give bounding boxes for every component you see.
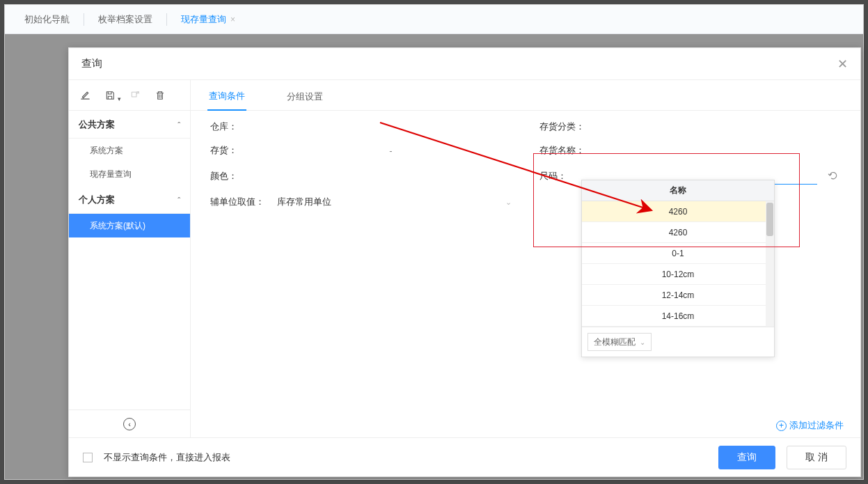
sidebar-item-system-default[interactable]: 系统方案(默认) [69, 214, 190, 237]
sidebar-item-label: 系统方案(默认) [90, 220, 145, 232]
dropdown-item-label: 12-14cm [662, 290, 695, 300]
field-label: 辅单位取值： [210, 196, 277, 208]
sidebar-item-label: 系统方案 [90, 145, 123, 157]
sidebar-toolbar: ▾ [69, 80, 190, 111]
field-label: 颜色： [210, 170, 270, 182]
dropdown-item[interactable]: 10-12cm [582, 264, 774, 285]
delete-icon[interactable] [154, 89, 166, 102]
condition-tabs: 查询条件 分组设置 [191, 80, 860, 111]
sidebar-item-stock-query[interactable]: 现存量查询 [69, 162, 190, 186]
dropdown-list: 4260 4260 0-1 10-12cm 12-14cm 14-16cm [582, 201, 774, 327]
scrollbar-track[interactable] [766, 201, 774, 327]
chevron-down-icon: ⌄ [640, 338, 645, 346]
dropdown-item-label: 0-1 [672, 249, 684, 258]
tab-query-conditions[interactable]: 查询条件 [207, 90, 246, 111]
page-tabs: 初始化导航 枚举档案设置 现存量查询 × [5, 5, 863, 34]
chevron-up-icon: ˆ [177, 196, 180, 204]
dropdown-item-label: 10-12cm [662, 270, 695, 279]
dialog-title: 查询 [81, 57, 102, 70]
tab-init-nav[interactable]: 初始化导航 [13, 5, 81, 34]
tab-group-settings[interactable]: 分组设置 [285, 91, 324, 110]
dropdown-footer: 全模糊匹配 ⌄ [582, 327, 774, 357]
skip-conditions-label: 不显示查询条件，直接进入报表 [104, 451, 230, 464]
add-filter-link[interactable]: + 添加过滤条件 [776, 419, 844, 432]
dropdown-item-label: 4260 [669, 207, 688, 217]
plus-icon: + [776, 421, 787, 431]
sidebar-item-label: 现存量查询 [90, 169, 132, 180]
chevron-up-icon: ˆ [177, 120, 180, 129]
sidebar-footer: ‹ [69, 409, 190, 437]
match-mode-label: 全模糊匹配 [594, 336, 636, 348]
button-label: 查询 [737, 451, 757, 464]
field-value: 库存常用单位 [277, 196, 331, 208]
tab-stock-query[interactable]: 现存量查询 × [170, 5, 246, 34]
dropdown-item-label: 4260 [669, 228, 688, 237]
tab-label: 现存量查询 [181, 13, 226, 26]
skip-conditions-checkbox[interactable] [83, 453, 93, 462]
query-button[interactable]: 查询 [718, 446, 775, 469]
save-icon[interactable]: ▾ [104, 89, 116, 102]
refresh-icon[interactable] [826, 170, 841, 183]
tab-label: 初始化导航 [24, 13, 70, 26]
dropdown-item[interactable]: 4260 [582, 201, 774, 222]
section-label: 公共方案 [79, 118, 115, 131]
dropdown-item[interactable]: 12-14cm [582, 285, 774, 306]
edit-icon[interactable] [79, 89, 91, 102]
scheme-sidebar: ▾ 公共方案 ˆ 系统方案 现存量查询 个人方案 ˆ 系统方案(默认) [69, 80, 191, 437]
close-icon[interactable]: ✕ [837, 56, 848, 72]
tab-label: 枚举档案设置 [98, 13, 152, 26]
chevron-down-icon: ⌄ [505, 198, 512, 207]
field-label: 存货名称： [539, 144, 599, 157]
button-label: 取 消 [805, 451, 828, 464]
export-icon[interactable] [129, 89, 141, 102]
field-label: 存货： [210, 144, 270, 157]
tab-label: 查询条件 [209, 91, 245, 101]
cancel-button[interactable]: 取 消 [787, 446, 846, 469]
field-aux-unit[interactable]: 辅单位取值： 库存常用单位 ⌄ [210, 196, 512, 208]
field-stock-name[interactable]: 存货名称： [539, 144, 841, 157]
dropdown-item-label: 14-16cm [662, 311, 695, 321]
dialog-footer: 不显示查询条件，直接进入报表 查询 取 消 [69, 437, 860, 476]
field-category[interactable]: 存货分类： [539, 120, 841, 133]
field-warehouse[interactable]: 仓库： [210, 120, 512, 133]
sidebar-item-system[interactable]: 系统方案 [69, 139, 190, 162]
tab-label: 分组设置 [287, 91, 323, 102]
tab-enum-archive[interactable]: 枚举档案设置 [87, 5, 164, 34]
dropdown-item[interactable]: 14-16cm [582, 306, 774, 327]
close-icon[interactable]: × [230, 15, 235, 24]
dialog-header: 查询 ✕ [69, 48, 860, 80]
dropdown-item[interactable]: 4260 [582, 222, 774, 243]
field-value: - [270, 146, 512, 156]
match-mode-select[interactable]: 全模糊匹配 ⌄ [587, 333, 652, 351]
section-label: 个人方案 [79, 194, 115, 206]
dropdown-item[interactable]: 0-1 [582, 243, 774, 264]
add-filter-label: 添加过滤条件 [789, 419, 844, 432]
field-label: 仓库： [210, 120, 270, 133]
collapse-icon[interactable]: ‹ [123, 418, 136, 430]
field-label: 存货分类： [539, 120, 599, 133]
tab-separator [84, 13, 84, 26]
section-public-schemes[interactable]: 公共方案 ˆ [69, 111, 190, 139]
dropdown-header: 名称 [582, 180, 774, 201]
field-color[interactable]: 颜色： [210, 168, 512, 185]
size-dropdown: 名称 4260 4260 0-1 10-12cm 12-14cm 14-16cm… [581, 180, 775, 357]
tab-separator [166, 13, 167, 26]
scrollbar-thumb[interactable] [766, 203, 773, 236]
section-personal-schemes[interactable]: 个人方案 ˆ [69, 186, 190, 214]
field-stock[interactable]: 存货： - [210, 144, 512, 157]
